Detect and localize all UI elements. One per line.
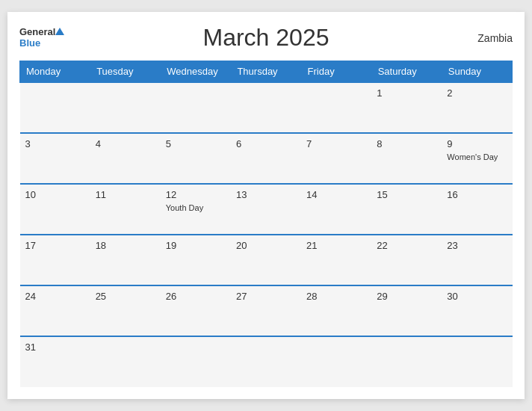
week-row-5: 24252627282930 <box>20 285 513 336</box>
country-name: Zambia <box>438 32 513 44</box>
calendar-cell: 24 <box>20 285 90 336</box>
day-number: 17 <box>25 239 85 253</box>
header-cell-friday: Friday <box>301 61 371 83</box>
logo-blue: Blue <box>19 38 40 49</box>
logo-area: General Blue <box>19 27 94 49</box>
header-cell-wednesday: Wednesday <box>161 61 231 83</box>
header-cell-sunday: Sunday <box>442 61 512 83</box>
calendar-grid: MondayTuesdayWednesdayThursdayFridaySatu… <box>19 61 513 387</box>
calendar-cell: 6 <box>231 133 301 184</box>
header-cell-thursday: Thursday <box>231 61 301 83</box>
calendar-cell: 20 <box>231 235 301 285</box>
calendar-cell: 23 <box>442 235 512 285</box>
day-number: 8 <box>377 137 436 151</box>
day-number: 15 <box>377 188 436 202</box>
calendar-cell <box>301 82 371 133</box>
day-number: 3 <box>25 137 85 151</box>
calendar-cell <box>301 336 371 387</box>
calendar-cell: 16 <box>442 184 512 235</box>
calendar-cell: 11 <box>90 184 161 235</box>
calendar-cell: 10 <box>20 184 90 235</box>
calendar-cell <box>161 82 231 133</box>
calendar-cell: 27 <box>231 285 301 336</box>
calendar-cell: 13 <box>231 184 301 235</box>
day-number: 31 <box>25 341 85 354</box>
day-number: 28 <box>306 290 366 303</box>
day-number: 20 <box>236 239 296 253</box>
calendar-cell: 8 <box>371 133 442 184</box>
calendar-container: General Blue March 2025 Zambia MondayTue… <box>7 12 525 399</box>
calendar-cell <box>371 336 442 387</box>
week-row-4: 17181920212223 <box>20 235 513 285</box>
calendar-cell: 9Women's Day <box>442 133 512 184</box>
day-number: 12 <box>166 188 226 202</box>
day-number: 14 <box>306 188 366 202</box>
day-number: 5 <box>166 137 226 151</box>
calendar-cell: 14 <box>301 184 371 235</box>
calendar-cell <box>20 82 90 133</box>
day-number: 25 <box>96 290 155 303</box>
calendar-cell <box>90 82 161 133</box>
day-number: 7 <box>306 137 366 151</box>
calendar-cell <box>442 336 512 387</box>
calendar-cell <box>161 336 231 387</box>
week-row-1: 12 <box>20 82 513 133</box>
calendar-cell: 5 <box>161 133 231 184</box>
calendar-cell: 7 <box>301 133 371 184</box>
day-number: 9 <box>447 137 507 151</box>
day-number: 22 <box>377 239 436 253</box>
calendar-cell: 12Youth Day <box>161 184 231 235</box>
calendar-cell <box>90 336 161 387</box>
header-cell-saturday: Saturday <box>371 61 442 83</box>
holiday-name: Women's Day <box>447 152 507 161</box>
calendar-cell: 22 <box>371 235 442 285</box>
calendar-cell <box>231 336 301 387</box>
calendar-cell: 31 <box>20 336 90 387</box>
day-number: 24 <box>25 290 85 303</box>
week-row-6: 31 <box>20 336 513 387</box>
day-number: 29 <box>377 290 436 303</box>
day-number: 18 <box>96 239 155 253</box>
day-number: 1 <box>377 87 436 100</box>
holiday-name: Youth Day <box>166 203 226 212</box>
day-number: 4 <box>96 137 155 151</box>
calendar-cell: 29 <box>371 285 442 336</box>
day-number: 13 <box>236 188 296 202</box>
calendar-cell: 3 <box>20 133 90 184</box>
calendar-cell: 30 <box>442 285 512 336</box>
calendar-cell: 15 <box>371 184 442 235</box>
header-cell-tuesday: Tuesday <box>90 61 161 83</box>
calendar-cell: 4 <box>90 133 161 184</box>
logo-triangle-icon <box>55 28 64 35</box>
day-number: 26 <box>166 290 226 303</box>
calendar-cell: 19 <box>161 235 231 285</box>
week-row-3: 101112Youth Day13141516 <box>20 184 513 235</box>
week-row-2: 3456789Women's Day <box>20 133 513 184</box>
day-number: 11 <box>96 188 155 202</box>
calendar-header-row: MondayTuesdayWednesdayThursdayFridaySatu… <box>20 61 513 83</box>
calendar-cell: 21 <box>301 235 371 285</box>
day-number: 10 <box>25 188 85 202</box>
header-cell-monday: Monday <box>20 61 90 83</box>
calendar-cell: 28 <box>301 285 371 336</box>
day-number: 19 <box>166 239 226 253</box>
logo-general: General <box>19 27 64 37</box>
calendar-header: General Blue March 2025 Zambia <box>19 24 513 52</box>
calendar-cell <box>231 82 301 133</box>
day-number: 23 <box>447 239 507 253</box>
day-number: 21 <box>306 239 366 253</box>
calendar-cell: 2 <box>442 82 512 133</box>
day-number: 16 <box>447 188 507 202</box>
day-number: 27 <box>236 290 296 303</box>
calendar-title: March 2025 <box>94 24 438 52</box>
calendar-cell: 26 <box>161 285 231 336</box>
day-number: 6 <box>236 137 296 151</box>
calendar-cell: 25 <box>90 285 161 336</box>
day-number: 2 <box>447 87 507 100</box>
calendar-cell: 17 <box>20 235 90 285</box>
day-number: 30 <box>447 290 507 303</box>
calendar-cell: 1 <box>371 82 442 133</box>
calendar-cell: 18 <box>90 235 161 285</box>
